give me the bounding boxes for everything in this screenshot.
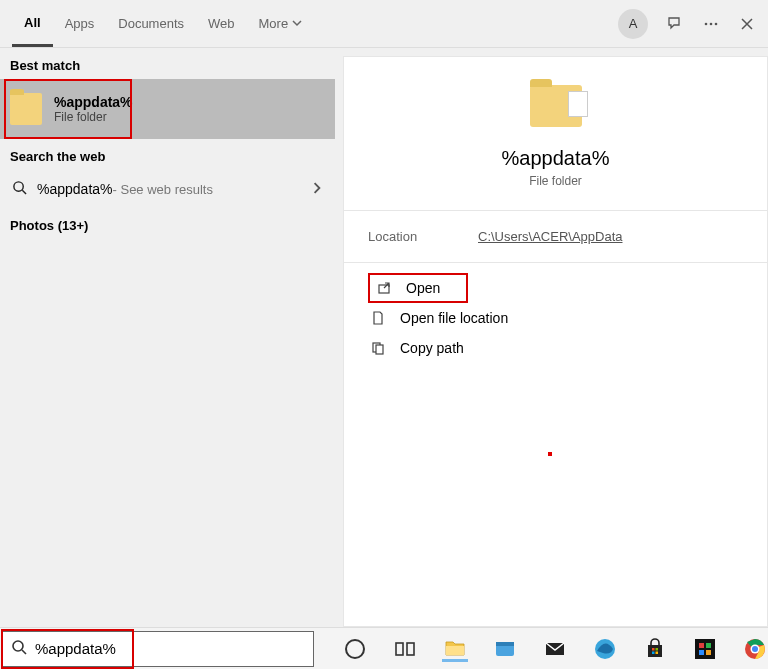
- detail-pane: %appdata% File folder Location C:\Users\…: [335, 48, 768, 627]
- svg-rect-23: [699, 650, 704, 655]
- tab-more-label: More: [259, 16, 289, 31]
- mail-icon[interactable]: [542, 636, 568, 662]
- tab-web[interactable]: Web: [196, 0, 247, 47]
- file-explorer-icon[interactable]: [442, 636, 468, 662]
- stray-mark: [548, 452, 552, 456]
- result-title: %appdata%: [54, 94, 133, 110]
- feedback-icon[interactable]: [666, 15, 684, 33]
- svg-rect-13: [496, 642, 514, 646]
- tab-apps[interactable]: Apps: [53, 0, 107, 47]
- copy-icon: [370, 340, 386, 356]
- results-pane: Best match %appdata% File folder Search …: [0, 48, 335, 627]
- taskbar-search[interactable]: [2, 631, 314, 667]
- svg-point-27: [752, 646, 758, 652]
- svg-rect-9: [396, 643, 403, 655]
- svg-rect-17: [656, 648, 659, 651]
- action-copy-path[interactable]: Copy path: [368, 333, 743, 363]
- chrome-icon[interactable]: [742, 636, 768, 662]
- svg-point-2: [715, 22, 718, 25]
- top-filter-bar: All Apps Documents Web More A: [0, 0, 768, 48]
- search-input[interactable]: [35, 640, 305, 657]
- svg-rect-18: [652, 651, 655, 654]
- best-match-header: Best match: [0, 48, 335, 79]
- search-icon: [11, 639, 27, 658]
- action-open-location[interactable]: Open file location: [368, 303, 743, 333]
- more-options-icon[interactable]: [702, 15, 720, 33]
- svg-rect-22: [706, 643, 711, 648]
- app-tile-icon[interactable]: [692, 636, 718, 662]
- svg-rect-20: [695, 639, 715, 659]
- svg-point-1: [710, 22, 713, 25]
- svg-rect-21: [699, 643, 704, 648]
- detail-subtitle: File folder: [529, 174, 582, 188]
- svg-point-3: [14, 182, 23, 191]
- svg-point-0: [705, 22, 708, 25]
- svg-rect-24: [706, 650, 711, 655]
- svg-rect-19: [656, 651, 659, 654]
- avatar[interactable]: A: [618, 9, 648, 39]
- tab-all[interactable]: All: [12, 0, 53, 47]
- web-hint: - See web results: [113, 182, 213, 197]
- action-copy-path-label: Copy path: [400, 340, 464, 356]
- action-open-label: Open: [406, 280, 440, 296]
- svg-rect-16: [652, 648, 655, 651]
- folder-icon: [10, 93, 42, 125]
- chevron-down-icon: [292, 16, 302, 31]
- svg-rect-11: [446, 646, 464, 655]
- svg-point-7: [13, 641, 23, 651]
- detail-card: %appdata% File folder Location C:\Users\…: [343, 56, 768, 627]
- action-list: Open Open file location Copy path: [344, 263, 767, 373]
- location-path[interactable]: C:\Users\ACER\AppData: [478, 229, 623, 244]
- tab-documents[interactable]: Documents: [106, 0, 196, 47]
- tab-more[interactable]: More: [247, 0, 315, 47]
- svg-point-8: [346, 640, 364, 658]
- cortana-icon[interactable]: [342, 636, 368, 662]
- action-open[interactable]: Open: [368, 273, 468, 303]
- filter-tabs: All Apps Documents Web More: [12, 0, 314, 47]
- photos-header: Photos (13+): [0, 208, 335, 239]
- chevron-right-icon: [311, 182, 323, 197]
- close-icon[interactable]: [738, 15, 756, 33]
- folder-large-icon: [530, 85, 582, 127]
- svg-rect-6: [376, 345, 383, 354]
- open-location-icon: [370, 310, 386, 326]
- location-label: Location: [368, 229, 478, 244]
- edge-icon[interactable]: [592, 636, 618, 662]
- location-row: Location C:\Users\ACER\AppData: [344, 211, 767, 262]
- taskbar-icons: [342, 636, 768, 662]
- action-open-location-label: Open file location: [400, 310, 508, 326]
- search-web-header: Search the web: [0, 139, 335, 170]
- app-window-icon[interactable]: [492, 636, 518, 662]
- svg-rect-4: [379, 285, 389, 293]
- task-view-icon[interactable]: [392, 636, 418, 662]
- web-result-row[interactable]: %appdata% - See web results: [0, 170, 335, 208]
- topbar-actions: A: [618, 9, 756, 39]
- svg-rect-10: [407, 643, 414, 655]
- result-subtitle: File folder: [54, 110, 133, 124]
- taskbar: [0, 627, 768, 669]
- search-icon: [12, 180, 27, 198]
- web-query: %appdata%: [37, 181, 113, 197]
- open-icon: [376, 280, 392, 296]
- detail-title: %appdata%: [502, 147, 610, 170]
- store-icon[interactable]: [642, 636, 668, 662]
- best-match-result[interactable]: %appdata% File folder: [0, 79, 335, 139]
